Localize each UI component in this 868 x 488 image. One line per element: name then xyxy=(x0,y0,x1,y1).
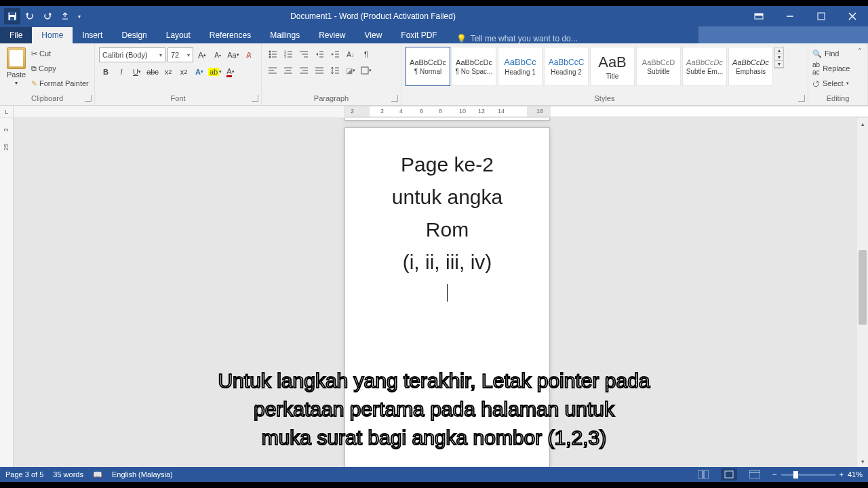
undo-button[interactable] xyxy=(22,8,38,24)
tab-foxit-pdf[interactable]: Foxit PDF xyxy=(391,27,446,43)
spellcheck-icon[interactable]: 📖 xyxy=(93,470,102,479)
borders-button[interactable]: ▾ xyxy=(359,64,373,77)
style-item[interactable]: AaBTitle xyxy=(590,47,635,86)
tab-design[interactable]: Design xyxy=(112,27,156,43)
touch-mode-button[interactable] xyxy=(57,8,73,24)
read-mode-button[interactable] xyxy=(695,468,711,481)
style-item[interactable]: AaBbCcDc¶ No Spac... xyxy=(452,47,496,86)
decrease-indent-button[interactable] xyxy=(313,47,326,61)
copy-icon: ⧉ xyxy=(31,64,37,73)
strikethrough-button[interactable]: abc xyxy=(146,65,159,79)
style-item[interactable]: AaBbCcHeading 1 xyxy=(498,47,542,86)
multilevel-list-button[interactable] xyxy=(297,47,311,61)
svg-rect-47 xyxy=(704,470,709,479)
line-spacing-button[interactable] xyxy=(328,64,342,77)
tab-home[interactable]: Home xyxy=(32,27,73,43)
copy-button[interactable]: ⧉Copy xyxy=(31,62,89,75)
document-canvas[interactable]: Page ke-2 untuk angka Rom (i, ii, iii, i… xyxy=(14,118,856,467)
numbering-button[interactable]: 123 xyxy=(281,47,295,61)
zoom-level[interactable]: 41% xyxy=(848,470,863,479)
font-dialog-launcher[interactable] xyxy=(252,95,258,102)
qat-customize-button[interactable]: ▾ xyxy=(75,8,84,24)
cut-button[interactable]: ✂Cut xyxy=(31,47,89,60)
paste-button[interactable]: Paste ▾ xyxy=(4,45,28,87)
find-button[interactable]: 🔍Find xyxy=(812,47,839,60)
page-current[interactable]: Page ke-2 untuk angka Rom (i, ii, iii, i… xyxy=(344,127,550,467)
language-indicator[interactable]: English (Malaysia) xyxy=(112,470,173,479)
shading-button[interactable]: ◪▾ xyxy=(344,64,357,77)
style-item[interactable]: AaBbCcDcSubtle Em... xyxy=(682,47,727,86)
tab-layout[interactable]: Layout xyxy=(157,27,200,43)
paste-icon xyxy=(7,47,26,69)
editing-group-label: Editing xyxy=(827,94,850,102)
collapse-ribbon-button[interactable]: ˄ xyxy=(854,46,865,57)
tab-mailings[interactable]: Mailings xyxy=(260,27,309,43)
scroll-up-button[interactable]: ▴ xyxy=(857,118,868,129)
tab-insert[interactable]: Insert xyxy=(73,27,112,43)
bold-button[interactable]: B xyxy=(99,65,113,79)
scroll-down-button[interactable]: ▾ xyxy=(857,455,868,467)
clipboard-dialog-launcher[interactable] xyxy=(85,95,92,102)
ribbon-options-button[interactable] xyxy=(743,6,774,26)
tab-file[interactable]: File xyxy=(0,27,32,43)
tell-me-search[interactable]: 💡 Tell me what you want to do... xyxy=(447,34,578,43)
replace-button[interactable]: abacReplace xyxy=(812,62,850,75)
scroll-thumb[interactable] xyxy=(859,250,867,325)
ruler-corner[interactable]: L xyxy=(0,106,14,117)
tab-references[interactable]: References xyxy=(200,27,260,43)
zoom-slider[interactable] xyxy=(781,474,835,476)
style-item[interactable]: AaBbCcDcEmphasis xyxy=(728,47,773,86)
vertical-scrollbar[interactable]: ▴ ▾ xyxy=(856,118,868,467)
font-name-combo[interactable]: Calibri (Body)▾ xyxy=(99,47,165,62)
search-icon: 🔍 xyxy=(812,49,822,58)
bullets-button[interactable] xyxy=(266,47,279,61)
italic-button[interactable]: I xyxy=(115,65,128,79)
minimize-button[interactable] xyxy=(774,6,806,26)
group-paragraph: 123 A↓ ¶ ◪▾ ▾ Paragraph xyxy=(262,43,401,105)
page-previous[interactable] xyxy=(344,118,550,121)
zoom-in-button[interactable]: + xyxy=(840,470,844,479)
align-center-button[interactable] xyxy=(281,64,295,77)
change-case-button[interactable]: Aa▾ xyxy=(226,48,240,62)
zoom-out-button[interactable]: − xyxy=(772,470,776,479)
page-indicator[interactable]: Page 3 of 5 xyxy=(5,470,43,479)
tab-view[interactable]: View xyxy=(355,27,392,43)
grow-font-button[interactable]: A▴ xyxy=(195,48,209,62)
style-item[interactable]: AaBbCcDSubtitle xyxy=(636,47,681,86)
doc-line: untuk angka xyxy=(359,181,536,214)
sort-button[interactable]: A↓ xyxy=(344,47,357,61)
font-size-combo[interactable]: 72▾ xyxy=(167,47,193,62)
style-item[interactable]: AaBbCcCHeading 2 xyxy=(544,47,589,86)
tab-review[interactable]: Review xyxy=(309,27,355,43)
style-item[interactable]: AaBbCcDc¶ Normal xyxy=(406,47,450,86)
align-right-button[interactable] xyxy=(297,64,311,77)
superscript-button[interactable]: x2 xyxy=(177,65,191,79)
align-left-button[interactable] xyxy=(266,64,279,77)
font-color-button[interactable]: A▾ xyxy=(224,65,237,79)
subscript-button[interactable]: x2 xyxy=(161,65,175,79)
web-layout-button[interactable] xyxy=(747,468,763,481)
styles-dialog-launcher[interactable] xyxy=(798,95,805,102)
styles-scroll[interactable]: ▴▾▾ xyxy=(774,47,784,68)
account-area[interactable] xyxy=(698,26,868,43)
clear-formatting-button[interactable]: A̷ xyxy=(242,48,256,62)
ruler-horizontal[interactable]: L 2246810121418 xyxy=(0,106,868,118)
format-painter-button[interactable]: ✎Format Painter xyxy=(31,77,89,90)
close-button[interactable] xyxy=(837,6,868,26)
svg-rect-48 xyxy=(725,471,733,478)
print-layout-button[interactable] xyxy=(721,468,737,481)
paragraph-dialog-launcher[interactable] xyxy=(391,95,398,102)
redo-button[interactable] xyxy=(39,8,56,24)
text-effects-button[interactable]: A▾ xyxy=(193,65,206,79)
ruler-vertical[interactable]: 2 25 xyxy=(0,118,14,467)
show-marks-button[interactable]: ¶ xyxy=(359,47,373,61)
underline-button[interactable]: U▾ xyxy=(130,65,144,79)
increase-indent-button[interactable] xyxy=(328,47,342,61)
select-button[interactable]: ⭯Select▾ xyxy=(812,77,849,90)
shrink-font-button[interactable]: A▾ xyxy=(211,48,224,62)
word-count[interactable]: 35 words xyxy=(53,470,83,479)
highlight-button[interactable]: ab▾ xyxy=(208,65,222,79)
maximize-button[interactable] xyxy=(806,6,837,26)
save-button[interactable] xyxy=(4,8,20,24)
justify-button[interactable] xyxy=(313,64,326,77)
